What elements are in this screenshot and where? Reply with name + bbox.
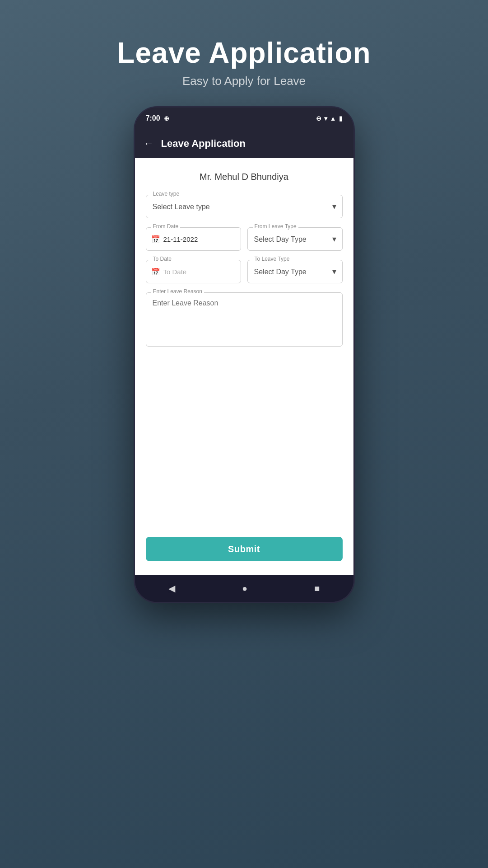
from-leave-type-select[interactable]: Select Day Type Full Day First Half Seco… (247, 227, 343, 251)
to-calendar-icon: 📅 (151, 267, 160, 276)
phone-shell: 7:00 ⊕ ⊖ ▾ ▲ ▮ ← Leave Application Mr. M… (134, 106, 355, 603)
clock-icon: ⊕ (164, 115, 169, 122)
page-title: Leave Application (117, 36, 371, 70)
from-date-label: From Date (151, 223, 181, 230)
app-bar-title: Leave Application (161, 138, 246, 150)
leave-type-select[interactable]: Select Leave type Casual Leave Sick Leav… (146, 195, 343, 218)
app-bar: ← Leave Application (135, 129, 353, 158)
from-date-value: 21-11-2022 (163, 235, 198, 243)
nav-home-button[interactable]: ● (242, 583, 247, 594)
nav-recents-button[interactable]: ■ (314, 583, 320, 594)
screen-content: Mr. Mehul D Bhundiya Leave type Select L… (135, 158, 353, 575)
from-leave-type-wrapper: From Leave Type Select Day Type Full Day… (247, 227, 343, 251)
back-button[interactable]: ← (144, 138, 154, 150)
battery-icon: ▮ (339, 115, 343, 122)
to-leave-type-select[interactable]: Select Day Type Full Day First Half Seco… (247, 260, 343, 283)
leave-reason-wrapper: Enter Leave Reason (146, 292, 343, 524)
to-leave-type-wrapper: To Leave Type Select Day Type Full Day F… (247, 260, 343, 283)
status-bar: 7:00 ⊕ ⊖ ▾ ▲ ▮ (135, 108, 353, 129)
to-date-field[interactable]: 📅 To Date (146, 260, 241, 283)
dnd-icon: ⊖ (316, 115, 321, 122)
page-subtitle: Easy to Apply for Leave (117, 74, 371, 88)
user-name: Mr. Mehul D Bhundiya (146, 172, 343, 182)
to-row: To Date 📅 To Date To Leave Type Select D… (146, 260, 343, 283)
to-date-wrapper: To Date 📅 To Date (146, 260, 241, 283)
to-date-placeholder: To Date (163, 268, 187, 276)
status-time: 7:00 (146, 114, 160, 122)
leave-reason-textarea[interactable] (146, 292, 343, 347)
from-date-field[interactable]: 📅 21-11-2022 (146, 227, 241, 251)
signal-icon: ▲ (330, 115, 336, 122)
from-leave-type-label: From Leave Type (253, 223, 298, 230)
to-date-label: To Date (151, 256, 173, 262)
submit-button[interactable]: Submit (146, 537, 343, 561)
bottom-nav: ◀ ● ■ (135, 575, 353, 602)
nav-back-button[interactable]: ◀ (168, 583, 175, 594)
from-date-wrapper: From Date 📅 21-11-2022 (146, 227, 241, 251)
from-calendar-icon: 📅 (151, 235, 160, 244)
wifi-icon: ▾ (324, 115, 327, 122)
to-leave-type-label: To Leave Type (253, 256, 292, 262)
leave-type-wrapper: Leave type Select Leave type Casual Leav… (146, 195, 343, 218)
page-header: Leave Application Easy to Apply for Leav… (117, 36, 371, 88)
leave-type-label: Leave type (151, 191, 181, 197)
leave-reason-label: Enter Leave Reason (151, 288, 204, 295)
form-card: Mr. Mehul D Bhundiya Leave type Select L… (135, 158, 353, 575)
from-row: From Date 📅 21-11-2022 From Leave Type S… (146, 227, 343, 251)
